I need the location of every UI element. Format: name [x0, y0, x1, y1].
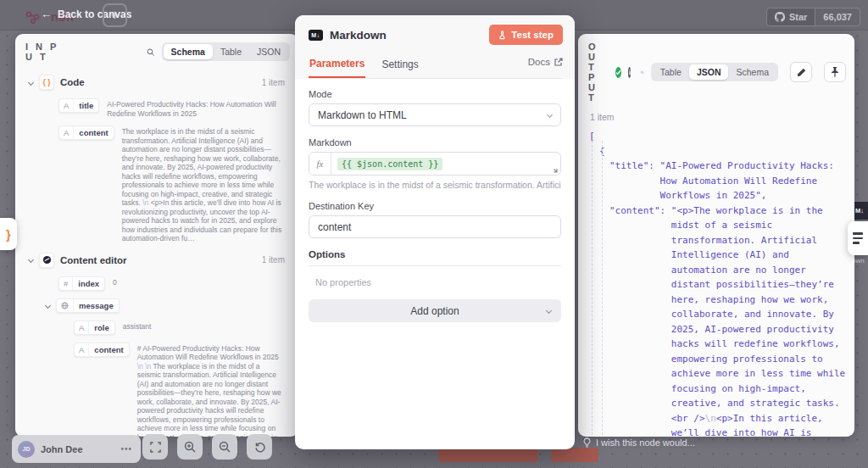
- field-pill-content[interactable]: Acontent: [58, 125, 114, 140]
- schema-field-content: Acontent The workplace is in the midst o…: [20, 122, 292, 248]
- json-open-brace: {: [589, 144, 849, 159]
- expand-expression-icon[interactable]: [550, 165, 558, 173]
- lightbulb-icon: [583, 437, 591, 448]
- no-properties-text: No properties: [315, 277, 561, 287]
- json-key-title: "title":: [609, 159, 660, 203]
- tab-schema[interactable]: Schema: [728, 64, 776, 80]
- json-entry-title: "title": "AI-Powered Productivity Hacks:…: [589, 159, 849, 203]
- docs-label: Docs: [528, 57, 550, 67]
- markdown-expression-input[interactable]: fx {{ $json.content }}: [309, 152, 561, 176]
- tab-json[interactable]: JSON: [689, 64, 729, 80]
- zoom-out-icon: [219, 441, 231, 453]
- user-menu[interactable]: JD John Dee •••: [12, 435, 141, 463]
- star-count: 66,037: [815, 8, 860, 26]
- content-editor-count: 1 item: [262, 255, 285, 265]
- chevron-down-icon[interactable]: [45, 302, 51, 308]
- code-section-label: Code: [60, 77, 85, 87]
- input-panel: I N P U T Schema Table JSON { } Code 1 i…: [15, 34, 298, 437]
- schema-field-role: Arole assistant: [20, 317, 292, 339]
- markdown-node-icon: M↓: [309, 30, 323, 41]
- chevron-down-icon[interactable]: [28, 79, 34, 85]
- reset-zoom-icon: [253, 441, 265, 453]
- input-schema-tree: { } Code 1 item Atitle AI-Powered Produc…: [15, 68, 298, 437]
- options-label: Options: [309, 249, 561, 266]
- mode-select[interactable]: Markdown to HTML: [309, 103, 561, 126]
- output-items-count: 1 item: [578, 109, 854, 124]
- user-name: John Dee: [41, 444, 83, 454]
- indent-guide: [592, 141, 593, 437]
- content-editor-node-icon: [39, 253, 54, 268]
- json-open-bracket: [: [589, 129, 849, 144]
- destination-key-input[interactable]: content: [309, 215, 561, 238]
- search-icon[interactable]: [641, 67, 643, 78]
- chevron-down-icon[interactable]: [28, 257, 34, 263]
- field-pill-index[interactable]: #index: [58, 276, 105, 291]
- node-feedback-link[interactable]: I wish this node would...: [583, 437, 695, 448]
- reset-zoom-button[interactable]: [247, 434, 272, 460]
- user-menu-dots[interactable]: •••: [120, 444, 132, 454]
- pin-data-button[interactable]: [824, 62, 846, 82]
- add-option-button[interactable]: Add option: [309, 299, 561, 322]
- field-pill-message[interactable]: message: [56, 298, 120, 313]
- schema-field-title: Atitle AI-Powered Productivity Hacks: Ho…: [20, 95, 292, 122]
- chevron-down-icon: [547, 112, 553, 118]
- mode-value: Markdown to HTML: [318, 109, 407, 121]
- output-panel: O U T P U T i Table JSON Schema 1 item [: [578, 34, 854, 437]
- avatar: JD: [18, 441, 35, 458]
- tab-table[interactable]: Table: [653, 64, 689, 80]
- indent-guide: [602, 141, 603, 437]
- field-value-content: The workplace is in the midst of a seism…: [122, 125, 283, 243]
- markdown-node-modal: M↓ Markdown Test step Parameters Setting…: [295, 15, 575, 449]
- zoom-out-button[interactable]: [212, 434, 237, 460]
- input-display-mode-tabs: Schema Table JSON: [162, 42, 290, 61]
- code-item-count: 1 item: [262, 78, 285, 87]
- zoom-in-icon: [184, 441, 196, 453]
- field-value-index: 0: [113, 276, 283, 287]
- test-step-label: Test step: [511, 30, 554, 40]
- dimmed-canvas-button: [551, 448, 598, 462]
- field-value-title: AI-Powered Productivity Hacks: How Autom…: [107, 98, 283, 118]
- expression-code[interactable]: {{ $json.content }}: [337, 158, 442, 170]
- schema-drawer-button[interactable]: [848, 221, 868, 255]
- dimmed-canvas-button: [438, 448, 538, 462]
- field-pill-role[interactable]: Arole: [74, 320, 115, 335]
- field-value-role: assistant: [123, 320, 283, 332]
- search-icon[interactable]: [147, 47, 154, 58]
- node-title: Markdown: [330, 29, 387, 42]
- zoom-in-button[interactable]: [177, 434, 203, 460]
- field-pill-title[interactable]: Atitle: [58, 98, 99, 113]
- node-feedback-label: I wish this node would...: [596, 437, 695, 448]
- code-node-icon: { }: [39, 75, 54, 90]
- info-icon[interactable]: i: [628, 67, 631, 78]
- external-link-icon: [554, 58, 563, 66]
- add-tab-button[interactable]: +: [103, 3, 127, 27]
- tab-parameters[interactable]: Parameters: [309, 53, 365, 78]
- output-title: O U T P U T: [588, 42, 609, 103]
- tab-schema[interactable]: Schema: [164, 44, 213, 59]
- fit-view-button[interactable]: [142, 434, 168, 460]
- arrow-left-icon: ←: [41, 8, 52, 20]
- n8n-node-detail-view: n8n ← Back to canvas + Star 66,037 JD Jo…: [0, 0, 868, 468]
- github-star-widget[interactable]: Star 66,037: [766, 8, 860, 26]
- flask-icon: [498, 31, 506, 40]
- code-section-row[interactable]: { } Code 1 item: [20, 70, 292, 95]
- pencil-icon: [797, 68, 806, 77]
- output-json-viewer: [ { "title": "AI-Powered Productivity Ha…: [578, 124, 854, 437]
- markdown-field-label: Markdown: [309, 137, 561, 148]
- tab-settings[interactable]: Settings: [381, 53, 419, 77]
- message-row[interactable]: message: [20, 295, 292, 317]
- field-pill-message-content[interactable]: Acontent: [74, 343, 130, 357]
- pin-icon: [831, 67, 839, 77]
- input-title: I N P U T: [25, 42, 69, 62]
- json-entry-content: "content": "<p>The workplace is in the m…: [589, 203, 849, 437]
- content-editor-section-row[interactable]: Content editor 1 item: [20, 248, 292, 273]
- tab-json[interactable]: JSON: [249, 44, 288, 59]
- json-value-content: "<p>The workplace is in the midst of a s…: [671, 203, 849, 437]
- tab-table[interactable]: Table: [213, 44, 249, 59]
- docs-link[interactable]: Docs: [528, 57, 563, 74]
- add-option-label: Add option: [410, 305, 459, 317]
- edit-output-button[interactable]: [790, 62, 812, 82]
- input-node-handle[interactable]: }: [0, 218, 17, 250]
- test-step-button[interactable]: Test step: [489, 25, 563, 45]
- destination-key-label: Destination Key: [309, 201, 561, 211]
